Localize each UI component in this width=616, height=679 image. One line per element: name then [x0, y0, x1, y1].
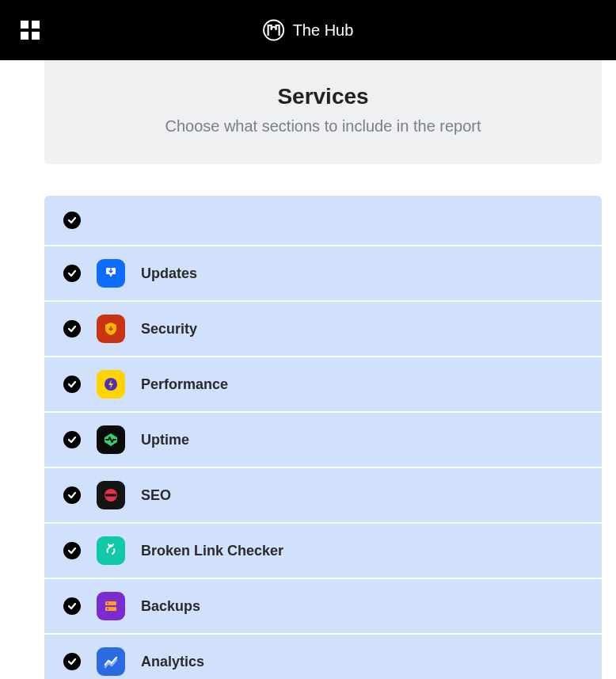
analytics-icon — [97, 647, 125, 676]
checkbox-seo[interactable] — [63, 486, 81, 504]
service-row-performance[interactable]: Performance — [44, 357, 602, 413]
hub-logo-icon — [263, 19, 285, 41]
uptime-icon — [97, 425, 125, 454]
backups-icon — [97, 592, 125, 620]
updates-icon — [97, 259, 125, 288]
checkbox-backups[interactable] — [63, 597, 81, 615]
svg-point-0 — [264, 21, 283, 40]
brand-name: The Hub — [293, 21, 354, 40]
service-row-all[interactable] — [44, 196, 602, 246]
service-row-blc[interactable]: Broken Link Checker — [44, 524, 602, 579]
performance-icon — [97, 370, 125, 399]
service-label: Security — [141, 321, 197, 338]
svg-rect-4 — [105, 494, 116, 497]
checkbox-updates[interactable] — [63, 265, 81, 282]
checkbox-security[interactable] — [63, 320, 81, 338]
service-row-uptime[interactable]: Uptime — [44, 413, 602, 468]
services-list: Updates Security Performance — [44, 196, 602, 679]
section-subtitle: Choose what sections to include in the r… — [60, 117, 586, 135]
service-label: Uptime — [141, 432, 189, 448]
checkbox-uptime[interactable] — [63, 431, 81, 448]
service-row-updates[interactable]: Updates — [44, 246, 602, 302]
service-label: Backups — [141, 598, 200, 615]
service-row-analytics[interactable]: Analytics — [44, 635, 602, 679]
checkbox-performance[interactable] — [63, 376, 81, 393]
checkbox-blc[interactable] — [63, 542, 81, 559]
section-title: Services — [60, 84, 586, 109]
service-label: SEO — [141, 487, 171, 504]
svg-point-8 — [107, 608, 108, 610]
service-label: Updates — [141, 265, 197, 282]
checkbox-all[interactable] — [63, 212, 81, 229]
checkbox-analytics[interactable] — [63, 653, 81, 670]
service-row-security[interactable]: Security — [44, 302, 602, 357]
service-label: Broken Link Checker — [141, 543, 283, 559]
top-bar: The Hub — [0, 0, 616, 60]
service-row-backups[interactable]: Backups — [44, 579, 602, 635]
brand: The Hub — [263, 19, 354, 41]
security-icon — [97, 315, 125, 343]
svg-point-7 — [107, 603, 108, 605]
seo-icon — [97, 481, 125, 509]
service-label: Performance — [141, 376, 228, 393]
service-row-seo[interactable]: SEO — [44, 468, 602, 524]
broken-link-icon — [97, 536, 125, 565]
service-label: Analytics — [141, 654, 204, 670]
apps-grid-icon[interactable] — [21, 21, 40, 40]
section-header: Services Choose what sections to include… — [44, 60, 602, 164]
